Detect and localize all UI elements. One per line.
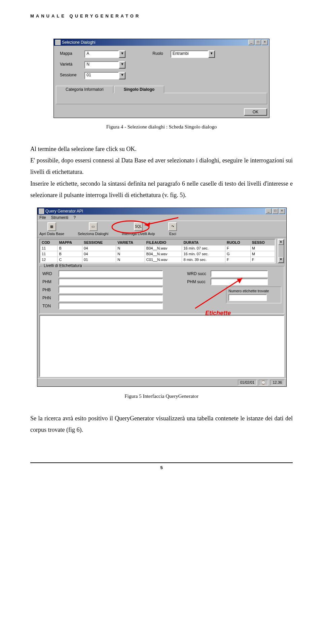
phb-label: PHB xyxy=(42,288,59,292)
table-row[interactable]: 11B04NB04__N.wav16 min. 07 sec.GM xyxy=(40,251,275,257)
varieta-value: N xyxy=(84,61,119,69)
group-legend: Livelli di Etichettatura xyxy=(42,263,83,268)
numbox: Numero etichette trovate xyxy=(226,287,281,303)
database-icon: ▦ xyxy=(47,222,56,231)
wrd-input[interactable] xyxy=(59,270,163,277)
phb-input[interactable] xyxy=(59,287,163,293)
sessione-combo[interactable]: 01 ▼ xyxy=(84,72,125,79)
wrdsucc-input[interactable] xyxy=(211,270,268,277)
page-number: 5 xyxy=(160,465,163,470)
toolbar: ▦ Apri Data Base ▭ Seleziona Dialoghi SQ… xyxy=(37,221,286,237)
minimize-icon[interactable]: _ xyxy=(248,40,254,45)
figure4-caption: Figura 4 - Selezione dialoghi : Scheda S… xyxy=(30,124,293,130)
dialog-icon: ▭ xyxy=(89,222,98,231)
chevron-down-icon[interactable]: ▼ xyxy=(208,50,215,58)
window-title: Query Generator API xyxy=(45,209,83,214)
ok-button[interactable]: OK xyxy=(244,108,267,116)
menu-help[interactable]: ? xyxy=(73,215,76,220)
table-row[interactable]: 11B04NB04__N.wav16 min. 07 sec.FM xyxy=(40,245,275,251)
mappa-value: A xyxy=(84,50,119,58)
scroll-down-icon[interactable]: ▼ xyxy=(278,257,284,263)
window-querygenerator: Query Generator API _ □ × File Strumenti… xyxy=(37,207,287,387)
col-header: COD xyxy=(40,239,58,245)
status-date: 01/02/01 xyxy=(238,380,257,385)
col-header: SESSO xyxy=(250,239,275,245)
menu-strumenti[interactable]: Strumenti xyxy=(51,215,68,220)
col-header: SESSIONE xyxy=(82,239,116,245)
titlebar-qg: Query Generator API _ □ × xyxy=(37,208,286,215)
chevron-down-icon[interactable]: ▼ xyxy=(119,72,125,79)
phm-label: PHM xyxy=(42,279,59,284)
maximize-icon[interactable]: □ xyxy=(272,209,278,214)
phmsucc-label: PHM succ xyxy=(187,279,211,284)
wrd-label: WRD xyxy=(42,271,59,276)
ton-label: TON xyxy=(42,304,59,308)
paragraph-3: Inserire le etichette, secondo la sintas… xyxy=(30,178,293,201)
page-footer: 5 xyxy=(30,462,293,470)
mappa-label: Mappa xyxy=(60,51,83,56)
paragraph-4: Se la ricerca avrà esito positivo il Que… xyxy=(30,413,293,435)
status-time: 12.36 xyxy=(270,380,284,385)
varieta-combo[interactable]: N ▼ xyxy=(84,61,125,69)
minimize-icon[interactable]: _ xyxy=(265,209,272,214)
chevron-down-icon[interactable]: ▼ xyxy=(119,50,125,58)
status-icon: ⌚ xyxy=(259,380,268,385)
group-livelli: Livelli di Etichettatura WRD PHM PHB PHN… xyxy=(39,266,284,314)
col-header: VARIETA xyxy=(116,239,145,245)
wrdsucc-label: WRD succ xyxy=(187,271,211,276)
ruolo-combo[interactable]: Entrambi ▼ xyxy=(171,50,215,58)
close-icon[interactable]: × xyxy=(262,40,268,45)
tool-seleziona[interactable]: ▭ Seleziona Dialoghi xyxy=(78,222,108,236)
ruolo-label: Ruolo xyxy=(152,51,169,56)
paragraph-2: E' possibile, dopo essersi connessi al D… xyxy=(30,155,293,178)
phm-input[interactable] xyxy=(59,278,163,285)
window-title: Selezione Dialoghi xyxy=(62,40,95,45)
tool-esci[interactable]: ↷ Esci xyxy=(168,222,177,236)
phn-input[interactable] xyxy=(59,295,163,301)
col-header: MAPPA xyxy=(58,239,82,245)
window-icon xyxy=(55,40,61,45)
table-row[interactable]: 12C01NC01__N.wav8 min. 39 sec.FF xyxy=(40,257,275,262)
page-header: MANUALE QUERYGENERATOR xyxy=(30,13,293,18)
maximize-icon[interactable]: □ xyxy=(255,40,261,45)
data-grid[interactable]: CODMAPPASESSIONEVARIETAFILEAUDIODURATARU… xyxy=(39,239,276,263)
varieta-label: Varietà xyxy=(60,62,83,67)
ton-input[interactable] xyxy=(59,303,163,309)
col-header: RUOLO xyxy=(225,239,250,245)
paragraph-1: Al termine della selezione fare click su… xyxy=(30,143,293,155)
chevron-down-icon[interactable]: ▼ xyxy=(119,61,125,69)
menubar: File Strumenti ? xyxy=(37,215,286,221)
window-icon xyxy=(39,209,44,214)
col-header: FILEAUDIO xyxy=(145,239,182,245)
sql-icon: SQL xyxy=(134,222,143,231)
tool-apri[interactable]: ▦ Apri Data Base xyxy=(39,222,64,236)
mappa-combo[interactable]: A ▼ xyxy=(84,50,125,58)
numbox-value xyxy=(228,294,267,301)
ruolo-value: Entrambi xyxy=(171,50,208,58)
titlebar: Selezione Dialoghi _ □ × xyxy=(54,39,269,46)
tool-interroga[interactable]: SQL Interroga Livelli Avip xyxy=(122,222,155,236)
numbox-label: Numero etichette trovate xyxy=(228,289,279,293)
tab-panel xyxy=(56,93,267,104)
sessione-value: 01 xyxy=(84,72,119,79)
scroll-up-icon[interactable]: ▲ xyxy=(278,239,284,245)
col-header: DURATA xyxy=(182,239,225,245)
menu-file[interactable]: File xyxy=(39,215,46,220)
sessione-label: Sessione xyxy=(60,73,83,77)
close-icon[interactable]: × xyxy=(279,209,285,214)
phn-label: PHN xyxy=(42,296,59,300)
statusbar: 01/02/01 ⌚ 12.36 xyxy=(37,378,286,386)
exit-icon: ↷ xyxy=(168,222,177,231)
scrollbar[interactable]: ▲ ▼ xyxy=(278,239,284,263)
result-area xyxy=(39,315,284,377)
tab-categoria[interactable]: Categoria Informatori xyxy=(56,86,113,93)
phmsucc-input[interactable] xyxy=(211,278,268,285)
figure5-caption: Figura 5 Interfaccia QueryGenerator xyxy=(30,393,293,399)
tab-singolo[interactable]: Singolo Dialogo xyxy=(114,86,164,93)
dialog-selezione: Selezione Dialoghi _ □ × Mappa A ▼ Var xyxy=(53,39,270,118)
